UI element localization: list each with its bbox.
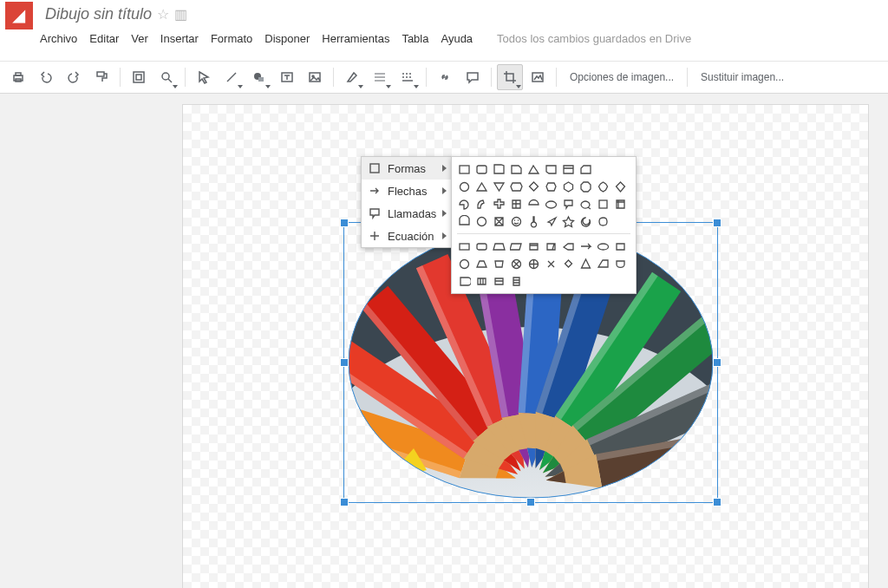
shape-option[interactable]: [474, 162, 488, 176]
replace-image-button[interactable]: Sustituir imagen...: [693, 65, 792, 89]
shape-option[interactable]: [492, 274, 506, 288]
shape-option[interactable]: [474, 257, 488, 271]
shape-option[interactable]: [509, 180, 523, 193]
menu-insertar[interactable]: Insertar: [160, 32, 199, 45]
menu-archivo[interactable]: Archivo: [40, 32, 77, 45]
shape-option[interactable]: [474, 274, 488, 288]
redo-button[interactable]: [61, 64, 87, 90]
shape-option[interactable]: [509, 274, 523, 288]
shape-option[interactable]: [457, 162, 471, 176]
folder-icon[interactable]: ▥: [174, 6, 187, 23]
shape-tool[interactable]: [246, 64, 272, 90]
shape-option[interactable]: [492, 257, 506, 271]
shape-option[interactable]: [526, 257, 540, 271]
shape-option[interactable]: [596, 197, 610, 211]
undo-button[interactable]: [33, 64, 59, 90]
shape-option[interactable]: [544, 239, 558, 253]
shape-option[interactable]: [544, 180, 558, 193]
shape-option[interactable]: [492, 197, 506, 211]
resize-handle[interactable]: [713, 358, 722, 367]
shape-option[interactable]: [578, 162, 592, 176]
shape-option[interactable]: [544, 214, 558, 228]
line-tool[interactable]: [219, 64, 245, 90]
shape-option[interactable]: [578, 257, 592, 271]
shape-option[interactable]: [474, 197, 488, 211]
resize-handle[interactable]: [340, 358, 349, 367]
shape-option[interactable]: [613, 197, 627, 211]
menu-herramientas[interactable]: Herramientas: [322, 32, 389, 45]
shape-option[interactable]: [457, 274, 471, 288]
paint-format-button[interactable]: [88, 64, 114, 90]
menu-ayuda[interactable]: Ayuda: [441, 32, 473, 45]
resize-handle[interactable]: [713, 498, 722, 506]
comment-button[interactable]: [460, 64, 486, 90]
submenu-llamadas[interactable]: Llamadas: [362, 202, 452, 225]
shape-option[interactable]: [613, 239, 627, 253]
image-options-button[interactable]: Opciones de imagen...: [562, 65, 682, 89]
shape-option[interactable]: [492, 162, 506, 176]
shape-option[interactable]: [526, 162, 540, 176]
textbox-tool[interactable]: [274, 64, 300, 90]
menu-editar[interactable]: Editar: [89, 32, 119, 45]
shape-option[interactable]: [544, 162, 558, 176]
shape-option[interactable]: [509, 214, 523, 228]
shape-option[interactable]: [509, 197, 523, 211]
shape-option[interactable]: [457, 239, 471, 253]
resize-handle[interactable]: [340, 219, 349, 227]
shape-option[interactable]: [613, 257, 627, 271]
shape-option[interactable]: [509, 239, 523, 253]
shape-option[interactable]: [492, 239, 506, 253]
shape-option[interactable]: [526, 197, 540, 211]
shape-option[interactable]: [457, 214, 471, 228]
resize-handle[interactable]: [340, 498, 349, 506]
shape-option[interactable]: [613, 180, 627, 193]
shape-option[interactable]: [474, 214, 488, 228]
menu-tabla[interactable]: Tabla: [402, 32, 428, 45]
shape-option[interactable]: [509, 162, 523, 176]
shape-option[interactable]: [474, 239, 488, 253]
print-button[interactable]: [5, 64, 31, 90]
shape-option[interactable]: [492, 214, 506, 228]
shape-option[interactable]: [526, 239, 540, 253]
shape-option[interactable]: [596, 239, 610, 253]
fit-button[interactable]: [126, 64, 152, 90]
shape-option[interactable]: [578, 197, 592, 211]
image-tool[interactable]: [302, 64, 328, 90]
link-button[interactable]: [432, 64, 458, 90]
shape-option[interactable]: [596, 180, 610, 193]
shape-option[interactable]: [492, 180, 506, 193]
border-dash-button[interactable]: [395, 64, 421, 90]
shape-option[interactable]: [596, 257, 610, 271]
shape-option[interactable]: [457, 197, 471, 211]
menu-disponer[interactable]: Disponer: [264, 32, 310, 45]
shape-option[interactable]: [578, 214, 592, 228]
shape-option[interactable]: [526, 180, 540, 193]
star-icon[interactable]: ☆: [157, 6, 169, 23]
shape-option[interactable]: [578, 239, 592, 253]
resize-handle[interactable]: [713, 219, 722, 227]
submenu-formas[interactable]: Formas: [362, 157, 452, 180]
menu-ver[interactable]: Ver: [131, 32, 148, 45]
shape-option[interactable]: [561, 214, 575, 228]
border-color-button[interactable]: [339, 64, 365, 90]
shape-option[interactable]: [561, 257, 575, 271]
shape-option[interactable]: [561, 239, 575, 253]
shape-option[interactable]: [544, 197, 558, 211]
shape-option[interactable]: [561, 180, 575, 193]
shape-option[interactable]: [457, 257, 471, 271]
mask-button[interactable]: [525, 64, 551, 90]
menu-formato[interactable]: Formato: [211, 32, 252, 45]
shape-option[interactable]: [526, 214, 540, 228]
shape-option[interactable]: [474, 180, 488, 193]
shape-option[interactable]: [457, 180, 471, 193]
zoom-button[interactable]: [153, 64, 180, 90]
shape-option[interactable]: [561, 162, 575, 176]
select-tool[interactable]: [191, 64, 217, 90]
shape-option[interactable]: [509, 257, 523, 271]
resize-handle[interactable]: [526, 498, 535, 506]
border-weight-button[interactable]: [367, 64, 393, 90]
submenu-flechas[interactable]: Flechas: [362, 180, 452, 202]
shape-option[interactable]: [596, 214, 610, 228]
shape-option[interactable]: [561, 197, 575, 211]
shape-option[interactable]: [544, 257, 558, 271]
